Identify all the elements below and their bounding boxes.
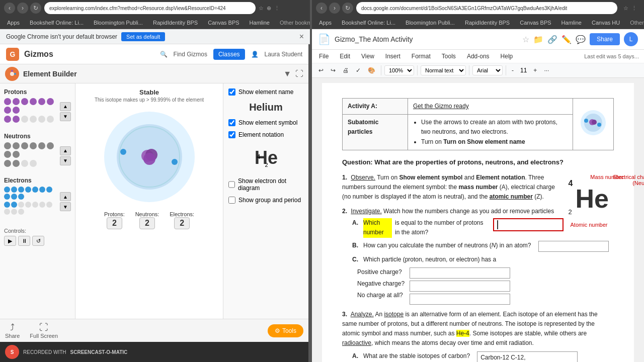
close-notification-icon[interactable]: × xyxy=(299,32,304,41)
style-select[interactable]: Normal text xyxy=(421,65,466,75)
electron-dot xyxy=(32,187,38,193)
neutron-arrow-controls[interactable]: ▲ ▼ xyxy=(60,146,71,165)
share-button[interactable]: ⤴ Share xyxy=(5,322,20,339)
fullscreen-button[interactable]: ⛶ Full Screen xyxy=(30,322,58,339)
pause-btn[interactable]: ⏸ xyxy=(18,236,30,246)
classes-button[interactable]: Classes xyxy=(213,49,245,60)
show-electron-dot-checkbox[interactable]: Show electron dot diagram xyxy=(228,177,303,192)
docs-user-avatar[interactable]: L xyxy=(624,32,638,46)
menu-format[interactable]: Format xyxy=(410,52,433,61)
expand-fullscreen-icon[interactable]: ⛶ xyxy=(295,69,303,78)
docs-address-bar[interactable]: docs.google.com/document/d/1BoiSocN6SiA3… xyxy=(356,2,617,14)
show-element-symbol-input[interactable] xyxy=(228,119,235,126)
svg-point-2 xyxy=(14,73,16,75)
find-gizmos-link[interactable]: Find Gizmos xyxy=(174,51,207,58)
bookmark-rapididentity[interactable]: RapidIdentity BPS xyxy=(150,19,201,27)
show-group-period-input[interactable] xyxy=(228,197,235,204)
docs-comment-icon[interactable]: 💬 xyxy=(576,35,586,44)
spellcheck-btn[interactable]: ✓ xyxy=(353,65,363,75)
docs-bm-apps[interactable]: Apps xyxy=(316,19,335,27)
show-electron-dot-input[interactable] xyxy=(228,181,235,188)
menu-file[interactable]: File xyxy=(317,52,331,61)
electron-dot-empty xyxy=(46,202,52,208)
bookmark-bookshelf[interactable]: Bookshelf Online: Li... xyxy=(27,19,87,27)
menu-help[interactable]: Help xyxy=(499,52,515,61)
font-size-increase-btn[interactable]: + xyxy=(531,65,539,75)
docs-folder-icon[interactable]: 📁 xyxy=(533,35,543,44)
play-btn[interactable]: ▶ xyxy=(4,236,16,246)
forward-btn[interactable]: › xyxy=(17,3,28,14)
docs-bm-bookshelf[interactable]: Bookshelf Online: Li... xyxy=(339,19,398,27)
font-size-decrease-btn[interactable]: - xyxy=(509,65,516,75)
menu-view[interactable]: View xyxy=(359,52,376,61)
reset-btn[interactable]: ↺ xyxy=(32,236,44,246)
proton-down-btn[interactable]: ▼ xyxy=(60,112,71,121)
zoom-select[interactable]: 100% xyxy=(384,65,414,75)
font-select[interactable]: Arial xyxy=(472,65,503,75)
menu-insert[interactable]: Insert xyxy=(383,52,403,61)
electron-arrow-controls[interactable]: ▲ ▼ xyxy=(60,192,71,211)
docs-bm-bloomington[interactable]: Bloomington Publi... xyxy=(403,19,458,27)
neutron-dot xyxy=(13,151,20,158)
docs-bm-rapididentity[interactable]: RapidIdentity BPS xyxy=(462,19,513,27)
docs-bm-hamline[interactable]: Hamline xyxy=(558,19,585,27)
no-charge-answer-box[interactable] xyxy=(410,294,510,305)
proton-arrow-controls[interactable]: ▲ ▼ xyxy=(60,102,71,121)
undo-btn[interactable]: ↩ xyxy=(316,65,326,75)
more-options-btn[interactable]: ··· xyxy=(541,65,551,75)
q2a-answer-box[interactable] xyxy=(493,218,564,231)
menu-tools[interactable]: Tools xyxy=(440,52,458,61)
screencast-bar: S RECORDED WITH SCREENCAST-O-MATIC xyxy=(0,342,308,362)
paint-format-btn[interactable]: 🎨 xyxy=(365,65,378,75)
docs-bm-more[interactable]: Other bookma... xyxy=(627,19,644,27)
bookmark-bloomington[interactable]: Bloomington Publi... xyxy=(91,19,146,27)
menu-addons[interactable]: Add-ons xyxy=(465,52,492,61)
docs-bm-canvas-hu[interactable]: Canvas HU xyxy=(589,19,623,27)
menu-edit[interactable]: Edit xyxy=(338,52,352,61)
negative-answer-box[interactable] xyxy=(410,281,510,292)
electron-dots-row2 xyxy=(4,202,58,215)
svg-point-0 xyxy=(10,72,14,76)
electron-up-btn[interactable]: ▲ xyxy=(60,192,71,201)
neutron-up-btn[interactable]: ▲ xyxy=(60,146,71,155)
back-btn[interactable]: ‹ xyxy=(4,3,15,14)
proton-up-btn[interactable]: ▲ xyxy=(60,102,71,111)
menu-icon-right[interactable]: ⋮ xyxy=(631,5,637,12)
bookmark-apps[interactable]: Apps xyxy=(4,19,23,27)
neutron-down-btn[interactable]: ▼ xyxy=(60,156,71,165)
element-notation-checkbox[interactable]: Element notation xyxy=(228,131,303,138)
docs-link-icon[interactable]: 🔗 xyxy=(547,35,557,44)
docs-body[interactable]: Activity A: Get the Gizmo ready xyxy=(312,78,644,362)
collapse-icon[interactable]: ▼ xyxy=(283,69,291,78)
docs-edit-toolbar-icon[interactable]: ✏️ xyxy=(561,35,572,44)
show-element-name-input[interactable] xyxy=(228,88,235,96)
address-bar-left[interactable]: explorelearning.com/index.cfm?method=cRe… xyxy=(44,2,256,14)
docs-back-btn[interactable]: ‹ xyxy=(316,3,327,14)
element-notation-input[interactable] xyxy=(228,131,235,138)
neutrons-value: 2 xyxy=(139,217,155,229)
menu-icon[interactable]: ⋮ xyxy=(274,5,280,12)
bookmark-icon[interactable]: ⊕ xyxy=(267,5,271,12)
show-group-period-checkbox[interactable]: Show group and period xyxy=(228,197,303,204)
q2b-answer-box[interactable] xyxy=(538,241,609,252)
electron-down-btn[interactable]: ▼ xyxy=(60,202,71,211)
user-name: Laura Student xyxy=(265,51,302,58)
docs-star-icon[interactable]: ☆ xyxy=(522,35,529,44)
star-icon[interactable]: ☆ xyxy=(259,5,264,12)
docs-bm-canvas-bps[interactable]: Canvas BPS xyxy=(517,19,554,27)
bookmark-hamline[interactable]: Hamline xyxy=(247,19,273,27)
tools-button[interactable]: ⚙ Tools xyxy=(268,324,303,337)
set-default-button[interactable]: Set as default xyxy=(121,32,165,41)
q3a-answer-box[interactable]: Carbon-12 C-12, xyxy=(477,351,578,362)
docs-reload-btn[interactable]: ↻ xyxy=(342,3,353,14)
redo-btn[interactable]: ↪ xyxy=(328,65,338,75)
docs-forward-btn[interactable]: › xyxy=(329,3,340,14)
share-button-docs[interactable]: Share xyxy=(590,33,620,45)
show-element-name-checkbox[interactable]: Show element name xyxy=(228,88,303,96)
reload-btn[interactable]: ↻ xyxy=(30,3,41,14)
star-icon-right[interactable]: ☆ xyxy=(623,5,628,12)
bookmark-canvas-bps[interactable]: Canvas BPS xyxy=(205,19,242,27)
show-element-symbol-checkbox[interactable]: Show element symbol xyxy=(228,119,303,126)
positive-answer-box[interactable] xyxy=(410,267,510,279)
print-btn[interactable]: 🖨 xyxy=(340,65,351,75)
